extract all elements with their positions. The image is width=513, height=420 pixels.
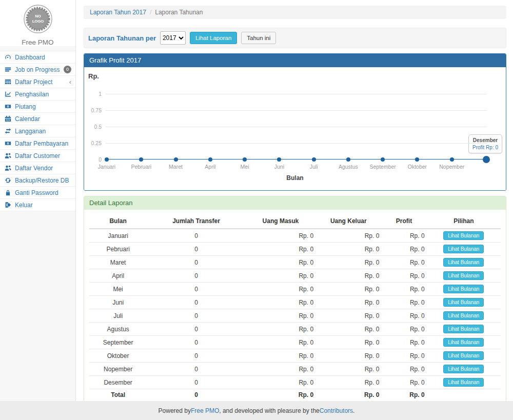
chart-area[interactable]: Rp. Bulan Desember Profit Rp: 0 10.750.5… <box>84 67 506 190</box>
cell-profit: Rp. 0 <box>381 376 426 389</box>
table-row: Juli0Rp. 0Rp. 0Rp. 0Lihat Bulanan <box>89 309 501 323</box>
cell-profit: Rp. 0 <box>381 336 426 349</box>
cell-pilihan: Lihat Bulanan <box>427 309 501 323</box>
lihat-bulanan-button[interactable]: Lihat Bulanan <box>443 325 484 333</box>
chart-point-desember <box>483 156 490 163</box>
sidebar-item-daftar-customer[interactable]: Daftar Customer <box>0 150 75 162</box>
sidebar-item-label: Ganti Password <box>15 189 58 196</box>
lihat-bulanan-button[interactable]: Lihat Bulanan <box>443 245 484 253</box>
chart-y-tick: 0 <box>84 157 102 162</box>
cell-jumlah-transfer: 0 <box>147 229 245 243</box>
chart-gridline <box>106 159 487 160</box>
lihat-bulanan-button[interactable]: Lihat Bulanan <box>443 285 484 293</box>
footer-link-contributors[interactable]: Contributors <box>320 407 353 414</box>
chart-y-tick: 0.5 <box>84 124 102 129</box>
sidebar-item-keluar[interactable]: Keluar <box>0 199 75 211</box>
users-icon <box>5 152 12 159</box>
lihat-bulanan-button[interactable]: Lihat Bulanan <box>443 378 484 387</box>
retweet-icon <box>5 128 12 134</box>
count-badge: 0 <box>64 66 71 73</box>
table-row: Januari0Rp. 0Rp. 0Rp. 0Lihat Bulanan <box>89 229 501 243</box>
col-header-uang-masuk: Uang Masuk <box>246 214 315 229</box>
chart-gridline <box>106 143 487 144</box>
lihat-bulanan-button[interactable]: Lihat Bulanan <box>443 298 484 307</box>
sidebar-item-label: Job on Progress <box>15 66 60 73</box>
lihat-bulanan-button[interactable]: Lihat Bulanan <box>443 365 484 373</box>
no-logo-badge: NO LOGO <box>23 4 53 34</box>
lihat-laporan-button[interactable]: Lihat Laporan <box>190 32 237 44</box>
cell-pilihan: Lihat Bulanan <box>427 283 501 296</box>
cell-profit: Rp. 0 <box>381 269 426 283</box>
sidebar-item-label: Calendar <box>15 115 40 123</box>
col-header-jumlah-transfer: Jumlah Transfer <box>147 214 245 229</box>
sidebar-item-label: Daftar Vendor <box>15 165 53 172</box>
cell-uang-keluar: Rp. 0 <box>315 349 381 363</box>
sign-out-icon <box>5 202 12 208</box>
page-footer: Powered by Free PMO, and developed with … <box>0 401 513 420</box>
chart-point-september <box>381 157 385 162</box>
sidebar-item-label: Daftar Pembayaran <box>15 140 68 147</box>
sidebar-item-dashboard[interactable]: Dashboard <box>0 51 75 64</box>
cell-pilihan: Lihat Bulanan <box>427 229 501 243</box>
year-select[interactable]: 2017 <box>160 31 186 45</box>
cell-profit: Rp. 0 <box>381 256 426 269</box>
sidebar-item-daftar-pembayaran[interactable]: Daftar Pembayaran <box>0 137 75 150</box>
cell-profit: Rp. 0 <box>381 229 426 243</box>
chart-gridline <box>106 110 487 111</box>
cell-jumlah-transfer: 0 <box>147 336 245 349</box>
footer-link-free-pmo[interactable]: Free PMO <box>191 407 219 414</box>
cell-pilihan <box>427 389 501 401</box>
lihat-bulanan-button[interactable]: Lihat Bulanan <box>443 231 484 240</box>
sidebar-item-daftar-vendor[interactable]: Daftar Vendor <box>0 162 75 174</box>
cell-bulan: Desember <box>89 376 147 389</box>
cell-jumlah-transfer: 0 <box>147 389 245 401</box>
table-row: Nopember0Rp. 0Rp. 0Rp. 0Lihat Bulanan <box>89 363 501 376</box>
lihat-bulanan-button[interactable]: Lihat Bulanan <box>443 338 484 347</box>
cell-bulan: Juli <box>89 309 147 323</box>
cell-bulan: Total <box>89 389 147 401</box>
sidebar-item-ganti-password[interactable]: Ganti Password <box>0 187 75 199</box>
cell-bulan: Pebruari <box>89 243 147 256</box>
cell-uang-keluar: Rp. 0 <box>315 283 381 296</box>
sidebar-item-piutang[interactable]: Piutang <box>0 101 75 113</box>
table-icon <box>5 78 12 85</box>
logo-text-bottom: LOGO <box>32 19 44 24</box>
cell-jumlah-transfer: 0 <box>147 349 245 363</box>
calendar-icon <box>5 115 12 122</box>
table-body: Januari0Rp. 0Rp. 0Rp. 0Lihat BulananPebr… <box>89 229 501 401</box>
tahun-ini-button[interactable]: Tahun ini <box>241 32 276 44</box>
sidebar-logo-area: NO LOGO Free PMO <box>0 0 75 46</box>
lihat-bulanan-button[interactable]: Lihat Bulanan <box>443 351 484 360</box>
cell-jumlah-transfer: 0 <box>147 309 245 323</box>
lock-icon <box>5 189 12 196</box>
sidebar-item-daftar-project[interactable]: Daftar Project‹ <box>0 76 75 88</box>
footer-text-suffix: . <box>353 407 354 414</box>
breadcrumb-link[interactable]: Laporan Tahun 2017 <box>90 9 146 16</box>
report-filter-bar: Laporan Tahunan per 2017 Lihat Laporan T… <box>84 28 506 48</box>
chart-panel-title: Grafik Profit 2017 <box>84 54 506 67</box>
cell-uang-keluar: Rp. 0 <box>315 269 381 283</box>
dashboard-icon <box>5 54 12 61</box>
cell-pilihan: Lihat Bulanan <box>427 363 501 376</box>
sidebar-item-penghasilan[interactable]: Penghasilan <box>0 88 75 101</box>
lihat-bulanan-button[interactable]: Lihat Bulanan <box>443 271 484 280</box>
sidebar-item-job-on-progress[interactable]: Job on Progress0 <box>0 64 75 76</box>
tooltip-title: Desember <box>472 137 498 143</box>
sidebar-item-backup-restore-db[interactable]: Backup/Restore DB <box>0 174 75 187</box>
lihat-bulanan-button[interactable]: Lihat Bulanan <box>443 311 484 320</box>
filter-label: Laporan Tahunan per <box>88 34 156 42</box>
chart-point-juli <box>312 157 316 162</box>
logo-text-top: NO <box>35 14 41 18</box>
chart-point-juni <box>277 157 281 162</box>
sidebar-item-calendar[interactable]: Calendar <box>0 113 75 125</box>
table-row: Maret0Rp. 0Rp. 0Rp. 0Lihat Bulanan <box>89 256 501 269</box>
cell-uang-keluar: Rp. 0 <box>315 376 381 389</box>
cell-uang-keluar: Rp. 0 <box>315 309 381 323</box>
cell-bulan: Nopember <box>89 363 147 376</box>
cell-uang-masuk: Rp. 0 <box>246 309 315 323</box>
cell-bulan: April <box>89 269 147 283</box>
sidebar-item-langganan[interactable]: Langganan <box>0 125 75 137</box>
col-header-profit: Profit <box>381 214 426 229</box>
lihat-bulanan-button[interactable]: Lihat Bulanan <box>443 258 484 267</box>
cell-uang-keluar: Rp. 0 <box>315 336 381 349</box>
